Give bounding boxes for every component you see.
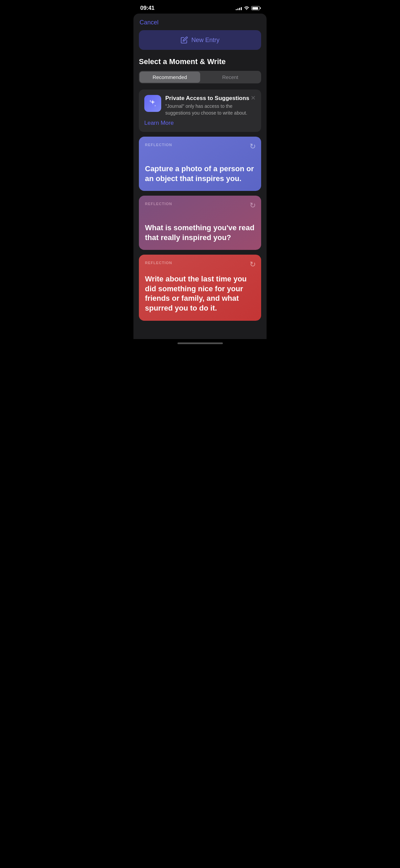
reflection-label-1: REFLECTION	[145, 202, 255, 206]
new-entry-label: New Entry	[191, 37, 219, 44]
sparkle-icon	[148, 99, 157, 108]
status-time: 09:41	[140, 5, 154, 12]
refresh-icon-0: ↻	[250, 142, 256, 151]
home-bar	[177, 342, 223, 344]
refresh-button-2[interactable]: ↻	[250, 260, 256, 269]
reflection-card-1[interactable]: REFLECTION ↻ What is something you've re…	[139, 196, 261, 250]
suggestion-desc: "Journal" only has access to the suggest…	[165, 103, 251, 116]
suggestion-left: Private Access to Suggestions "Journal" …	[144, 95, 251, 116]
close-suggestion-button[interactable]: ✕	[251, 95, 256, 101]
refresh-button-1[interactable]: ↻	[250, 201, 256, 210]
reflection-question-2: Write about the last time you did someth…	[145, 274, 255, 313]
cancel-row: Cancel	[139, 14, 261, 30]
suggestion-card: Private Access to Suggestions "Journal" …	[139, 90, 261, 132]
section-title: Select a Moment & Write	[139, 57, 261, 66]
wifi-icon	[244, 6, 249, 11]
reflection-card-2[interactable]: REFLECTION ↻ Write about the last time y…	[139, 255, 261, 320]
status-icons	[236, 6, 260, 11]
cancel-button[interactable]: Cancel	[140, 19, 159, 26]
main-content: Cancel New Entry Select a Moment & Write…	[133, 14, 267, 339]
status-bar: 09:41	[133, 0, 267, 14]
refresh-button-0[interactable]: ↻	[250, 142, 256, 151]
suggestion-title: Private Access to Suggestions	[165, 95, 251, 102]
segment-recommended[interactable]: Recommended	[140, 72, 200, 83]
reflection-label-0: REFLECTION	[145, 143, 255, 147]
refresh-icon-2: ↻	[250, 260, 256, 269]
reflection-question-0: Capture a photo of a person or an object…	[145, 164, 255, 183]
reflection-card-0[interactable]: REFLECTION ↻ Capture a photo of a person…	[139, 137, 261, 191]
edit-icon	[181, 36, 188, 44]
suggestion-header: Private Access to Suggestions "Journal" …	[144, 95, 256, 116]
reflection-question-1: What is something you've read that reall…	[145, 223, 255, 242]
journal-app-icon	[144, 95, 161, 112]
reflection-label-2: REFLECTION	[145, 261, 255, 265]
home-indicator	[133, 339, 267, 346]
suggestion-text-block: Private Access to Suggestions "Journal" …	[165, 95, 251, 116]
refresh-icon-1: ↻	[250, 201, 256, 210]
segment-recent[interactable]: Recent	[200, 72, 261, 83]
signal-bars-icon	[236, 6, 242, 10]
new-entry-button[interactable]: New Entry	[139, 30, 261, 50]
learn-more-button[interactable]: Learn More	[144, 120, 256, 126]
segment-control: Recommended Recent	[139, 71, 261, 83]
battery-icon	[251, 6, 260, 10]
